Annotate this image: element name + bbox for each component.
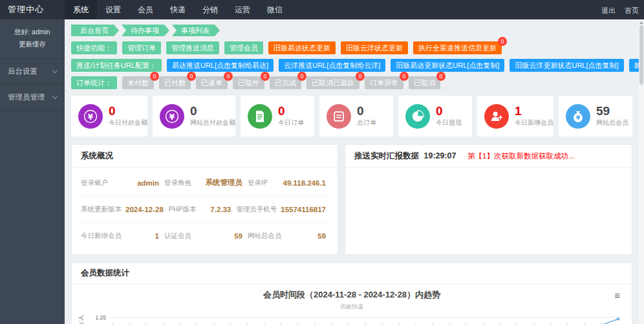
- nav-item-2[interactable]: 会员: [129, 0, 162, 19]
- order-stat-button-5[interactable]: 已取消已退款0: [306, 76, 360, 89]
- quick-button-1[interactable]: 管理推送消息: [166, 41, 219, 54]
- stat-card-value: 1: [515, 105, 553, 118]
- badge-count: 0: [400, 72, 409, 81]
- order-stat-button-7[interactable]: 已取消0: [409, 76, 440, 89]
- stat-card-meta: 0今日付款金额: [109, 105, 147, 128]
- quick-label: 快捷功能：: [71, 41, 117, 54]
- quick-button-3[interactable]: 旧版易达状态更新: [268, 41, 336, 54]
- order-stat-button-4[interactable]: 已完成0: [270, 76, 301, 89]
- stat-card-value: 0: [190, 105, 235, 118]
- quick-button-5[interactable]: 执行全渠道推送信息更新0: [413, 41, 502, 54]
- chart-area: 1.25-0.25单位:人11/2811/2911/3012/0112/0212…: [72, 311, 632, 324]
- quick-button-0[interactable]: 管理订单: [122, 41, 161, 54]
- overview-label: 网站总会员: [248, 232, 282, 241]
- order-stat-button-2[interactable]: 已递单0: [196, 76, 228, 89]
- badge-count: 0: [436, 72, 445, 81]
- stat-card-0[interactable]: ¥0今日付款金额: [71, 96, 147, 136]
- order-stat-button-0[interactable]: 未付数0: [122, 76, 154, 89]
- scrollbar-thumb[interactable]: [639, 25, 643, 85]
- quick-button-2[interactable]: 管理会员: [224, 41, 263, 54]
- top-right-link-1[interactable]: 首页: [625, 6, 639, 14]
- stat-cards: ¥0今日付款金额¥0网站总付款金额0今日订单0总订单0今日提现1今日新增会员¥5…: [71, 96, 632, 136]
- nav-item-6[interactable]: 微信: [259, 0, 291, 19]
- system-overview-grid: 登录账户admin登录角色系统管理员登录IP49.118.246.1系统更新版本…: [72, 168, 338, 254]
- order-stat-button-6[interactable]: 订单异常0: [365, 76, 403, 89]
- overview-cell-0-0: 登录账户admin: [80, 169, 163, 197]
- stat-card-2[interactable]: 0今日订单: [241, 96, 314, 136]
- order-stats-row: 订单统计：未付数0已付数0已递单0已取件0已完成0已取消已退款0订单异常0已取消…: [71, 76, 632, 89]
- nav-item-4[interactable]: 分销: [194, 0, 226, 19]
- stat-card-1[interactable]: ¥0网站总付款金额: [153, 96, 235, 136]
- breadcrumb-item-2[interactable]: 事项列表: [172, 25, 220, 36]
- overview-cell-2-2: 网站总会员59: [246, 223, 330, 249]
- push-url-button-2[interactable]: 旧版易达更新状态URL[点击复制]: [391, 59, 504, 72]
- top-nav-right: 退出首页: [592, 0, 639, 20]
- stat-card-5[interactable]: 1今日新增会员: [477, 96, 553, 136]
- order-stat-button-3[interactable]: 已取件0: [233, 76, 264, 89]
- stat-card-label: 网站总会员: [596, 118, 628, 127]
- overview-label: 认证会员: [164, 232, 191, 241]
- quick-button-4[interactable]: 旧版云洋状态更新: [341, 41, 408, 54]
- chart-point[interactable]: [617, 318, 620, 321]
- push-url-button-3[interactable]: 旧版云洋更新状态URL[点击复制]: [510, 59, 623, 72]
- stat-card-meta: 0今日订单: [278, 105, 304, 128]
- nav-item-3[interactable]: 快递: [162, 0, 194, 19]
- push-url-button-4[interactable]: 新版全渠道更新状态URL[点击复制]: [629, 59, 639, 72]
- breadcrumb-item-0[interactable]: 后台首页: [71, 25, 119, 36]
- chart-title: 会员时间段（2024-11-28 - 2024-12-28）内趋势: [72, 289, 632, 301]
- stat-card-meta: 0今日提现: [436, 105, 462, 128]
- yen-icon: ¥: [78, 104, 103, 129]
- svg-text:¥: ¥: [169, 112, 175, 121]
- push-url-button-1[interactable]: 云洋推送URL[点击复制给云洋]: [279, 59, 385, 72]
- stat-card-6[interactable]: ¥59网站总会员: [559, 96, 632, 136]
- stat-card-value: 59: [596, 105, 628, 118]
- overview-label: 管理员手机号: [236, 205, 277, 214]
- overview-value: 1: [155, 232, 159, 240]
- breadcrumb-item-1[interactable]: 待办事项: [122, 25, 169, 36]
- order-stat-label: 订单统计：: [71, 76, 117, 89]
- stat-card-3[interactable]: 0总订单: [319, 96, 393, 136]
- overview-value: 15574116817: [281, 206, 326, 213]
- stat-card-meta: 1今日新增会员: [515, 105, 553, 128]
- badge-count: 0: [356, 72, 365, 81]
- trend-line: [113, 319, 618, 324]
- app-title: 管理中心: [0, 0, 65, 19]
- nav-item-5[interactable]: 运营: [226, 0, 259, 19]
- stat-card-value: 0: [109, 105, 147, 118]
- nav-item-0[interactable]: 系统: [65, 0, 97, 19]
- top-right-link-0[interactable]: 退出: [601, 6, 616, 14]
- push-url-label: 推送/计划任务URL配置：: [71, 59, 162, 72]
- overview-cell-2-1: 认证会员59: [163, 223, 246, 249]
- chart-header: 会员时间段（2024-11-28 - 2024-12-28）内趋势 讯敏快递 ≡: [72, 284, 632, 311]
- sidebar-item-label: 管理员管理: [8, 92, 45, 102]
- svg-text:¥: ¥: [576, 114, 580, 121]
- vertical-scrollbar[interactable]: [639, 19, 644, 324]
- stat-card-label: 今日提现: [436, 118, 462, 127]
- sidebar-item-1[interactable]: 管理员管理: [0, 85, 65, 111]
- chart-toolbox-icon[interactable]: ≡: [614, 290, 620, 300]
- overview-cell-0-1: 登录角色系统管理员: [163, 169, 246, 197]
- overview-row-1: 系统更新版本2024-12-28PHP版本7.2.33管理员手机号1557411…: [80, 197, 330, 223]
- badge-count: 0: [297, 72, 306, 81]
- badge-count: 0: [498, 37, 507, 46]
- svg-text:¥: ¥: [88, 112, 94, 121]
- overview-cell-1-1: PHP版本7.2.33: [167, 197, 235, 223]
- sidebar: 管理中心 您好: admin 更新缓存 后台设置管理员管理: [0, 0, 65, 324]
- order-stat-button-1[interactable]: 已付数0: [159, 76, 191, 89]
- sidebar-greeting-block: 您好: admin 更新缓存: [0, 19, 65, 59]
- main-content: 后台首页待办事项事项列表 快捷功能：管理订单管理推送消息管理会员旧版易达状态更新…: [65, 19, 639, 324]
- nav-item-1[interactable]: 设置: [97, 0, 129, 19]
- stat-card-label: 总订单: [357, 118, 376, 127]
- stat-card-4[interactable]: 0今日提现: [398, 96, 472, 136]
- member-stats-panel: 会员数据统计 会员时间段（2024-11-28 - 2024-12-28）内趋势…: [71, 263, 632, 324]
- overview-value: 7.2.33: [210, 206, 231, 213]
- y-axis-label: 单位:人: [78, 315, 84, 324]
- breadcrumb: 后台首页待办事项事项列表: [71, 25, 632, 36]
- chart-subtitle: 讯敏快递: [72, 303, 632, 311]
- document-icon: [248, 104, 272, 129]
- quick-functions-row: 快捷功能：管理订单管理推送消息管理会员旧版易达状态更新旧版云洋状态更新执行全渠道…: [71, 41, 632, 54]
- scroll-up-arrow-icon[interactable]: [639, 21, 643, 24]
- sidebar-item-0[interactable]: 后台设置: [0, 59, 65, 85]
- push-url-button-0[interactable]: 易达推送URL[点击复制给易达]: [167, 59, 274, 72]
- refresh-cache-link[interactable]: 更新缓存: [0, 38, 65, 50]
